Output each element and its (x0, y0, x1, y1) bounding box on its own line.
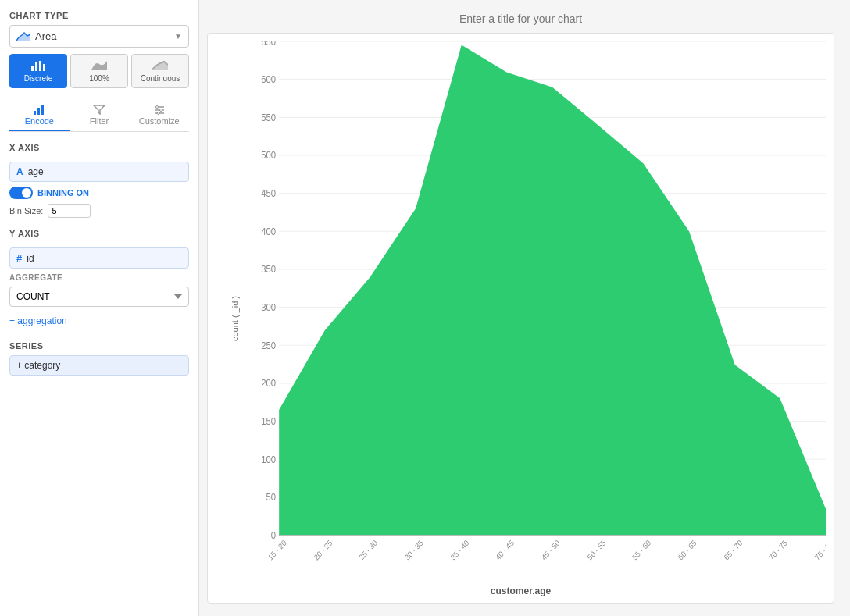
x-axis-section: X Axis A age BINNING ON Bin Size: (9, 143, 189, 218)
field-type-hash-icon: # (16, 252, 22, 264)
svg-rect-7 (38, 108, 40, 115)
svg-rect-1 (31, 66, 34, 71)
y-axis-section: Y Axis # id AGGREGATE COUNT SUM AVG MIN … (9, 229, 189, 330)
x-axis-label: X Axis (9, 143, 189, 152)
series-label: Series (9, 341, 189, 351)
100pct-icon (91, 59, 107, 72)
binning-toggle[interactable] (9, 187, 33, 199)
binning-row: BINNING ON (9, 187, 189, 199)
bin-size-label: Bin Size: (9, 206, 43, 215)
filter-icon (93, 104, 105, 115)
svg-text:60 - 65: 60 - 65 (677, 538, 698, 562)
svg-text:50: 50 (266, 492, 276, 504)
svg-text:0: 0 (271, 530, 277, 542)
area-polygon (279, 45, 826, 536)
chart-type-value: Area (35, 30, 56, 42)
svg-rect-8 (41, 105, 44, 115)
svg-point-13 (159, 109, 162, 112)
continuous-mode-button[interactable]: Continuous (131, 54, 189, 88)
svg-text:40 - 45: 40 - 45 (494, 538, 516, 562)
svg-point-14 (157, 112, 159, 115)
svg-rect-6 (34, 111, 36, 115)
add-aggregation-link[interactable]: + aggregation (9, 312, 189, 330)
customize-icon (153, 104, 166, 115)
sidebar: Chart Type Area ▼ Discret (0, 0, 199, 616)
svg-text:25 - 30: 25 - 30 (357, 538, 379, 562)
svg-text:65 - 70: 65 - 70 (722, 538, 744, 562)
x-axis-field-name: age (28, 166, 44, 177)
chart-svg-wrapper: 650 600 550 500 450 400 350 300 250 200 … (247, 41, 826, 571)
encode-icon (33, 104, 45, 115)
main-area: count ( _id ) customer.age (199, 0, 850, 616)
continuous-icon (152, 59, 168, 72)
bin-size-input[interactable] (48, 204, 91, 218)
svg-rect-4 (43, 64, 45, 71)
svg-text:20 - 25: 20 - 25 (312, 538, 334, 562)
svg-text:250: 250 (261, 340, 276, 351)
aggregate-label: AGGREGATE (9, 273, 189, 282)
nav-tabs: Encode Filter Customize (9, 99, 189, 132)
area-chart-icon (16, 31, 30, 42)
svg-text:500: 500 (261, 150, 276, 162)
field-type-a-icon: A (16, 166, 23, 177)
x-axis-chart-label: customer.age (491, 586, 551, 596)
svg-text:350: 350 (261, 264, 276, 276)
svg-text:650: 650 (261, 41, 276, 48)
svg-text:450: 450 (261, 188, 276, 200)
tab-filter[interactable]: Filter (70, 99, 130, 131)
y-axis-field-name: id (27, 253, 34, 264)
tab-customize[interactable]: Customize (129, 99, 189, 131)
chevron-down-icon: ▼ (174, 32, 182, 41)
series-tag[interactable]: + category (9, 355, 189, 376)
chart-type-label: Chart Type (9, 11, 189, 20)
binning-label: BINNING ON (38, 188, 89, 198)
chart-type-dropdown[interactable]: Area ▼ (9, 25, 189, 48)
svg-text:70 - 75: 70 - 75 (767, 538, 789, 562)
mode-buttons: Discrete 100% Continuous (9, 54, 189, 88)
svg-text:35 - 40: 35 - 40 (449, 538, 471, 562)
svg-text:50 - 55: 50 - 55 (586, 538, 608, 562)
100pct-mode-button[interactable]: 100% (70, 54, 128, 88)
svg-text:75 - 80: 75 - 80 (813, 538, 826, 562)
chart-title-input[interactable] (207, 12, 834, 25)
bin-size-row: Bin Size: (9, 204, 189, 218)
svg-text:55 - 60: 55 - 60 (630, 538, 652, 562)
y-axis-field[interactable]: # id (9, 247, 189, 269)
discrete-icon (30, 59, 46, 72)
series-section: Series + category (9, 341, 189, 376)
svg-point-12 (155, 106, 158, 109)
svg-text:15 - 20: 15 - 20 (266, 538, 288, 562)
chart-type-section: Chart Type Area ▼ Discret (9, 11, 189, 88)
svg-text:100: 100 (261, 454, 276, 465)
svg-rect-2 (35, 62, 38, 71)
svg-text:45 - 50: 45 - 50 (540, 538, 562, 562)
x-axis-field[interactable]: A age (9, 162, 189, 182)
chart-area-svg: 650 600 550 500 450 400 350 300 250 200 … (247, 41, 826, 571)
svg-text:30 - 35: 30 - 35 (403, 538, 425, 562)
series-add-label: + category (16, 360, 60, 371)
aggregate-select[interactable]: COUNT SUM AVG MIN MAX (9, 287, 189, 307)
svg-text:300: 300 (261, 302, 276, 314)
svg-text:200: 200 (261, 378, 276, 390)
svg-text:400: 400 (261, 226, 276, 237)
chart-container: count ( _id ) customer.age (207, 33, 834, 604)
svg-rect-3 (39, 61, 41, 71)
y-axis-chart-label: count ( _id ) (230, 295, 240, 340)
svg-text:150: 150 (261, 416, 276, 428)
y-axis-label: Y Axis (9, 229, 189, 238)
svg-text:600: 600 (261, 74, 276, 86)
svg-text:550: 550 (261, 112, 276, 123)
tab-encode[interactable]: Encode (9, 99, 70, 131)
discrete-mode-button[interactable]: Discrete (9, 54, 67, 88)
